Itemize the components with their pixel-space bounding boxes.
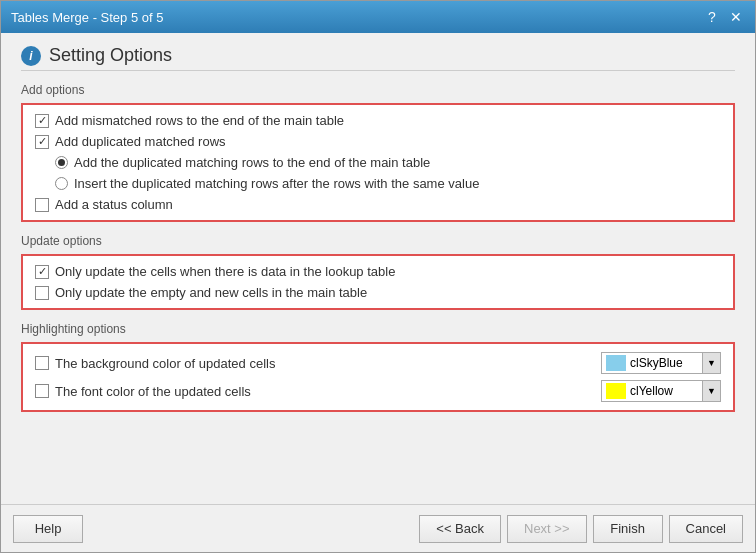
highlighting-options-label: Highlighting options xyxy=(21,322,735,336)
add-options-row-1: Add duplicated matched rows xyxy=(35,134,721,149)
title-controls: ? ✕ xyxy=(703,8,745,26)
title-bar: Tables Merge - Step 5 of 5 ? ✕ xyxy=(1,1,755,33)
footer: Help << Back Next >> Finish Cancel xyxy=(1,504,755,552)
update-empty-label: Only update the empty and new cells in t… xyxy=(55,285,367,300)
add-options-box: Add mismatched rows to the end of the ma… xyxy=(21,103,735,222)
update-options-section: Update options Only update the cells whe… xyxy=(21,234,735,310)
add-options-row-4: Add a status column xyxy=(35,197,721,212)
add-mismatched-checkbox[interactable] xyxy=(35,114,49,128)
help-button[interactable]: ? xyxy=(703,8,721,26)
add-insert-label: Insert the duplicated matching rows afte… xyxy=(74,176,479,191)
add-options-row-3: Insert the duplicated matching rows afte… xyxy=(55,176,721,191)
add-status-checkbox[interactable] xyxy=(35,198,49,212)
bg-color-swatch xyxy=(606,355,626,371)
window-title: Tables Merge - Step 5 of 5 xyxy=(11,10,163,25)
font-color-swatch xyxy=(606,383,626,399)
font-color-label: The font color of the updated cells xyxy=(55,384,251,399)
font-color-name: clYellow xyxy=(630,384,702,398)
highlighting-row-0: The background color of updated cells cl… xyxy=(35,352,721,374)
add-options-row-2: Add the duplicated matching rows to the … xyxy=(55,155,721,170)
add-options-row-0: Add mismatched rows to the end of the ma… xyxy=(35,113,721,128)
add-duplicated-label: Add duplicated matched rows xyxy=(55,134,226,149)
update-empty-checkbox[interactable] xyxy=(35,286,49,300)
add-end-label: Add the duplicated matching rows to the … xyxy=(74,155,430,170)
footer-left: Help xyxy=(13,515,83,543)
font-color-dropdown[interactable]: clYellow ▼ xyxy=(601,380,721,402)
add-mismatched-label: Add mismatched rows to the end of the ma… xyxy=(55,113,344,128)
font-color-arrow[interactable]: ▼ xyxy=(702,381,720,401)
finish-button[interactable]: Finish xyxy=(593,515,663,543)
main-window: Tables Merge - Step 5 of 5 ? ✕ i Setting… xyxy=(0,0,756,553)
update-options-label: Update options xyxy=(21,234,735,248)
footer-right: << Back Next >> Finish Cancel xyxy=(419,515,743,543)
font-color-checkbox[interactable] xyxy=(35,384,49,398)
bg-color-label: The background color of updated cells xyxy=(55,356,275,371)
highlighting-row-1: The font color of the updated cells clYe… xyxy=(35,380,721,402)
bg-color-name: clSkyBlue xyxy=(630,356,702,370)
add-options-label: Add options xyxy=(21,83,735,97)
bg-color-dropdown[interactable]: clSkyBlue ▼ xyxy=(601,352,721,374)
close-button[interactable]: ✕ xyxy=(727,8,745,26)
next-button[interactable]: Next >> xyxy=(507,515,587,543)
add-status-label: Add a status column xyxy=(55,197,173,212)
update-options-box: Only update the cells when there is data… xyxy=(21,254,735,310)
cancel-button[interactable]: Cancel xyxy=(669,515,743,543)
back-button[interactable]: << Back xyxy=(419,515,501,543)
bg-color-arrow[interactable]: ▼ xyxy=(702,353,720,373)
update-options-row-1: Only update the empty and new cells in t… xyxy=(35,285,721,300)
highlighting-options-box: The background color of updated cells cl… xyxy=(21,342,735,412)
highlighting-options-section: Highlighting options The background colo… xyxy=(21,322,735,412)
info-icon: i xyxy=(21,46,41,66)
help-footer-button[interactable]: Help xyxy=(13,515,83,543)
add-end-radio[interactable] xyxy=(55,156,68,169)
add-duplicated-checkbox[interactable] xyxy=(35,135,49,149)
update-options-row-0: Only update the cells when there is data… xyxy=(35,264,721,279)
add-insert-radio[interactable] xyxy=(55,177,68,190)
page-title: Setting Options xyxy=(49,45,172,66)
update-lookup-checkbox[interactable] xyxy=(35,265,49,279)
content-area: i Setting Options Add options Add mismat… xyxy=(1,33,755,504)
add-options-section: Add options Add mismatched rows to the e… xyxy=(21,83,735,222)
update-lookup-label: Only update the cells when there is data… xyxy=(55,264,395,279)
page-header: i Setting Options xyxy=(21,45,735,71)
bg-color-checkbox[interactable] xyxy=(35,356,49,370)
